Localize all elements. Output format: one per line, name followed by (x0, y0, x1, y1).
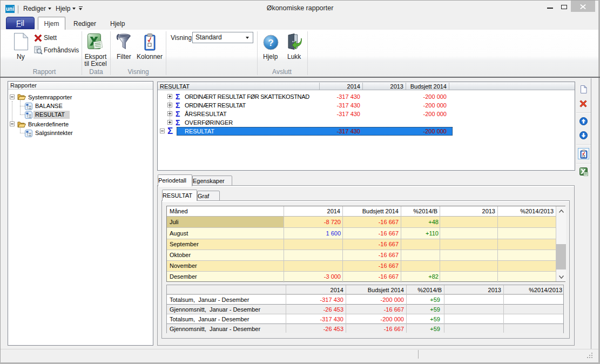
svg-text:?: ? (268, 38, 273, 48)
